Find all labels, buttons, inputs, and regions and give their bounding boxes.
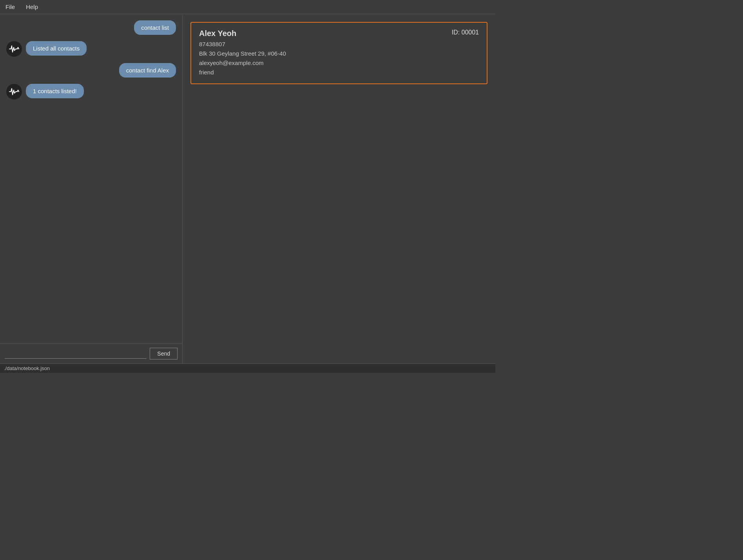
bubble-contacts-listed: 1 contacts listed!	[26, 84, 84, 98]
message-2: Listed all contacts	[6, 41, 176, 57]
contact-address: Blk 30 Geylang Street 29, #06-40	[199, 49, 479, 58]
waveform-icon-2	[9, 86, 20, 97]
avatar-2	[6, 84, 22, 99]
contact-phone: 87438807	[199, 40, 479, 49]
bubble-contact-find: contact find Alex	[119, 63, 176, 78]
message-3: contact find Alex	[6, 63, 176, 78]
contact-email: alexyeoh@example.com	[199, 58, 479, 68]
main-content: contact list Listed all contacts contact…	[0, 14, 495, 363]
menubar: File Help	[0, 0, 495, 14]
chat-area: contact list Listed all contacts contact…	[0, 14, 182, 343]
message-1: contact list	[6, 20, 176, 35]
contact-id: ID: 00001	[452, 29, 479, 36]
status-path: ./data/notebook.json	[4, 365, 50, 371]
contact-name: Alex Yeoh	[199, 29, 236, 38]
contact-card: Alex Yeoh ID: 00001 87438807 Blk 30 Geyl…	[190, 22, 487, 84]
menu-help[interactable]: Help	[24, 3, 40, 11]
avatar-1	[6, 41, 22, 57]
contact-tag: friend	[199, 68, 479, 77]
left-panel: contact list Listed all contacts contact…	[0, 14, 183, 363]
statusbar: ./data/notebook.json	[0, 363, 495, 373]
menu-file[interactable]: File	[3, 3, 17, 11]
input-area: Send	[0, 343, 182, 363]
contact-card-header: Alex Yeoh ID: 00001	[199, 29, 479, 38]
bubble-listed-contacts: Listed all contacts	[26, 41, 87, 56]
bubble-contact-list: contact list	[134, 20, 176, 35]
waveform-icon-1	[9, 43, 20, 54]
chat-input[interactable]	[5, 349, 147, 359]
right-panel: Alex Yeoh ID: 00001 87438807 Blk 30 Geyl…	[183, 14, 495, 363]
send-button[interactable]: Send	[150, 348, 178, 359]
message-4: 1 contacts listed!	[6, 84, 176, 99]
